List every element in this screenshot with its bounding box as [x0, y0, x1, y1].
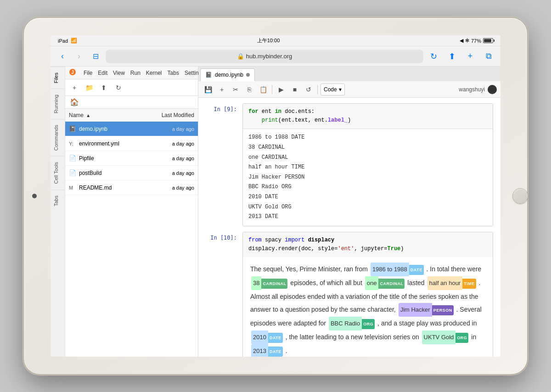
tabs-button[interactable]: ⧉: [482, 50, 495, 63]
cell-10: In [10]: from spacy import displacy disp…: [198, 230, 500, 357]
browser-chrome: ‹ › ⊟ 🔒 hub.mybinder.org ↻ ⬆ + ⧉: [51, 46, 500, 67]
upload-button[interactable]: ⬆: [98, 82, 109, 93]
notebook-icon: 📓: [69, 125, 77, 132]
file-list-header: Name ▲ Last Modified: [65, 109, 198, 122]
file-item-environment[interactable]: Y: environment.yml a day ago: [65, 136, 198, 151]
file-browser: J File Edit View Run Kernel Tabs Setting…: [65, 67, 198, 357]
tab-notebook-icon: 📓: [205, 72, 212, 78]
home-button[interactable]: [512, 188, 528, 204]
cell-content-10[interactable]: from spacy import displacy displacy.rend…: [242, 232, 493, 357]
wifi-icon: 📶: [71, 38, 77, 44]
output-line-2: 38 CARDINAL: [248, 143, 487, 153]
stop-button[interactable]: ■: [289, 84, 301, 95]
battery-label: 77%: [471, 38, 481, 44]
output-line-9: 2013 DATE: [248, 212, 487, 222]
file-item-pipfile[interactable]: 📄 Pipfile a day ago: [65, 151, 198, 166]
copy-button[interactable]: ⎘: [243, 84, 255, 95]
signal-icon: ◀: [460, 38, 463, 44]
keyword-for: for: [248, 108, 259, 115]
entity-label-org-2: ORG: [455, 333, 468, 343]
entity-text-2013: 2013: [251, 344, 268, 357]
cell-content-9[interactable]: for ent in doc.ents: print(ent.text, ent…: [242, 103, 493, 226]
output-line-1: 1986 to 1988 DATE: [248, 133, 487, 143]
address-bar[interactable]: 🔒 hub.mybinder.org: [106, 50, 423, 63]
cell-type-selector[interactable]: Code ▾: [320, 84, 345, 95]
ipad-label: iPad: [58, 38, 68, 44]
new-file-button[interactable]: +: [69, 82, 80, 93]
add-cell-button[interactable]: +: [216, 84, 228, 95]
file-modified-environment: a day ago: [153, 141, 194, 146]
back-button[interactable]: ‹: [56, 50, 69, 63]
entity-label-date-3: DATE: [268, 347, 283, 357]
sidebar-tab-tabs[interactable]: Tabs: [51, 190, 65, 212]
entity-date-2010: 2010DATE: [251, 330, 283, 344]
menu-run[interactable]: Run: [130, 70, 141, 76]
file-name-demo: demo.ipynb: [79, 126, 153, 132]
output-line-4: half an hour TIME: [248, 162, 487, 173]
cell-prompt-9: In [9]:: [206, 103, 242, 226]
reload-button[interactable]: ↻: [427, 50, 440, 63]
share-button[interactable]: ⬆: [445, 50, 458, 63]
sidebar-tab-running[interactable]: Running: [51, 89, 65, 119]
restart-button[interactable]: ↺: [303, 84, 315, 95]
entity-text-38: 38: [251, 276, 261, 290]
new-tab-button[interactable]: +: [464, 50, 477, 63]
new-folder-button[interactable]: 📁: [84, 82, 95, 93]
file-item-postbuild[interactable]: 📄 postBuild a day ago: [65, 166, 198, 180]
reader-icon[interactable]: ⊟: [89, 50, 102, 63]
import-displacy: displacy: [308, 237, 335, 243]
status-right: ◀ ✻ 77%: [460, 38, 493, 44]
output-line-7: 2010 DATE: [248, 192, 487, 202]
sidebar-tab-cell-tools[interactable]: Cell Tools: [51, 156, 65, 190]
entity-label-cardinal-1: CARDINAL: [261, 279, 287, 289]
ipad-screen: iPad 📶 上午10:00 ◀ ✻ 77% ‹ › ⊟ 🔒 hub.mybin…: [51, 35, 500, 357]
entity-label-date-1: DATE: [409, 265, 424, 275]
entity-text-uktv: UKTV Gold: [422, 330, 456, 344]
file-modified-readme: a day ago: [153, 185, 194, 190]
menu-tabs[interactable]: Tabs: [168, 70, 179, 76]
entity-label-cardinal-2: CARDINAL: [378, 279, 405, 289]
notebook-tab-bar: 📓 demo.ipynb: [198, 67, 500, 81]
menu-edit[interactable]: Edit: [98, 70, 107, 76]
home-breadcrumb: 🏠: [65, 96, 198, 109]
file-modified-pipfile: a day ago: [153, 156, 194, 161]
menu-file[interactable]: File: [84, 70, 92, 76]
cell-9: In [9]: for ent in doc.ents: print(ent.t…: [198, 101, 500, 228]
col-modified-header: Last Modified: [153, 112, 194, 118]
ios-status-bar: iPad 📶 上午10:00 ◀ ✻ 77%: [51, 35, 500, 46]
entity-text-2010: 2010: [251, 330, 268, 344]
sidebar-tab-files[interactable]: Files: [51, 67, 65, 89]
keyword-import: import: [285, 237, 304, 243]
col-name-header: Name ▲: [69, 112, 153, 118]
home-icon[interactable]: 🏠: [70, 98, 79, 106]
cut-button[interactable]: ✂: [230, 84, 242, 95]
output-area-9: 1986 to 1988 DATE 38 CARDINAL one CARDIN…: [243, 129, 493, 225]
browser-actions: ↻ ⬆ + ⧉: [427, 50, 495, 63]
main-content: Files Running Commands Cell Tools Tabs J…: [51, 67, 500, 357]
builtin-print: print: [262, 117, 278, 123]
cell-prompt-10: In [10]:: [206, 232, 242, 357]
code-area-9[interactable]: for ent in doc.ents: print(ent.text, ent…: [243, 104, 493, 129]
code-area-10[interactable]: from spacy import displacy displacy.rend…: [243, 232, 493, 257]
menu-view[interactable]: View: [113, 70, 125, 76]
sidebar-tab-commands[interactable]: Commands: [51, 119, 65, 156]
forward-button[interactable]: ›: [73, 50, 85, 63]
tab-label: demo.ipynb: [215, 72, 243, 78]
file-item-readme[interactable]: M README.md a day ago: [65, 180, 198, 195]
notebook-toolbar: 💾 + ✂ ⎘ 📋 ▶ ■ ↺ Code ▾ wangshuyi: [198, 81, 500, 98]
entity-cardinal-38: 38CARDINAL: [251, 276, 287, 290]
notebook-area: 📓 demo.ipynb 💾 + ✂ ⎘ 📋 ▶ ■ ↺: [198, 67, 500, 357]
render-output-10: The sequel, Yes, Prime Minister, ran fro…: [243, 257, 493, 357]
menu-kernel[interactable]: Kernel: [146, 70, 162, 76]
toolbar-divider-1: [272, 85, 272, 94]
save-button[interactable]: 💾: [202, 84, 214, 95]
str-ent: 'ent': [337, 246, 354, 252]
run-button[interactable]: ▶: [275, 84, 287, 95]
side-dot: [32, 194, 37, 198]
notebook-tab-demo[interactable]: 📓 demo.ipynb: [200, 68, 255, 81]
param-jupyter: jupyter: [361, 246, 384, 252]
paste-button[interactable]: 📋: [257, 84, 269, 95]
refresh-button[interactable]: ↻: [113, 82, 124, 93]
entity-text-half: half an hour: [427, 276, 463, 290]
file-item-demo[interactable]: 📓 demo.ipynb a day ago: [65, 122, 198, 136]
